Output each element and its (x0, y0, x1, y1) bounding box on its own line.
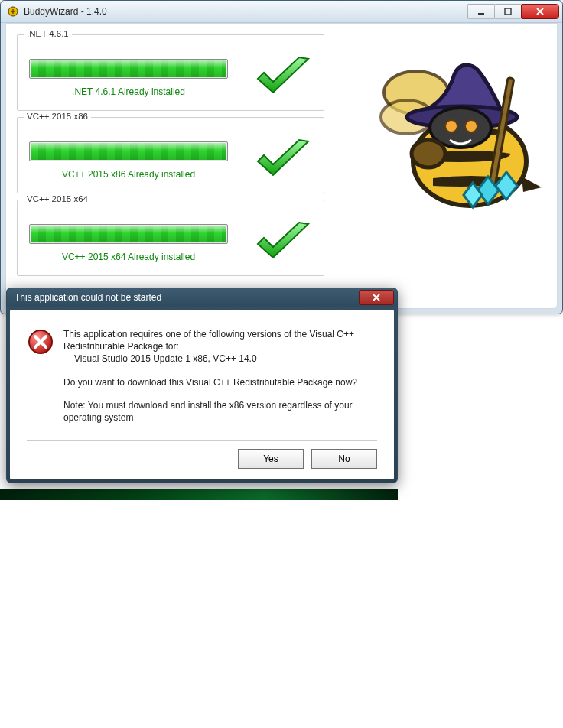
group-title: .NET 4.6.1 (24, 29, 72, 38)
status-text: VC++ 2015 x64 Already installed (62, 252, 195, 262)
checkmark-icon (252, 135, 314, 186)
svg-rect-2 (505, 8, 511, 15)
svg-point-8 (445, 120, 457, 132)
group-dotnet: .NET 4.6.1 .NET 4.6.1 Already installed (17, 34, 324, 111)
svg-point-5 (413, 117, 526, 206)
svg-point-9 (465, 120, 477, 132)
svg-point-7 (430, 108, 491, 148)
maximize-button[interactable] (494, 4, 522, 19)
window-title: BuddyWizard - 1.4.0 (24, 6, 107, 17)
dialog-close-button[interactable] (359, 290, 394, 305)
status-text: .NET 4.6.1 Already installed (72, 86, 185, 97)
main-window: BuddyWizard - 1.4.0 .NET 4.6.1 (0, 0, 563, 314)
svg-marker-12 (496, 172, 517, 200)
svg-rect-1 (478, 13, 484, 15)
dialog-title: This application could not be started (15, 292, 161, 303)
background-strip (0, 489, 398, 500)
svg-point-6 (407, 106, 517, 128)
titlebar[interactable]: BuddyWizard - 1.4.0 (1, 1, 562, 23)
minimize-button[interactable] (467, 4, 495, 19)
checkmark-icon (252, 53, 314, 103)
group-title: VC++ 2015 x86 (24, 112, 91, 121)
group-vc2015x86: VC++ 2015 x86 VC++ 2015 x86 Already inst… (17, 117, 324, 193)
main-client-area: .NET 4.6.1 .NET 4.6.1 Already installed (5, 23, 558, 309)
dialog-message-line2: Do you want to download this Visual C++ … (63, 376, 377, 388)
progress-bar (29, 59, 228, 79)
svg-point-14 (412, 140, 445, 167)
svg-marker-13 (464, 183, 482, 207)
dialog-message-line3: Note: You must download and install the … (63, 399, 377, 424)
progress-bar (29, 141, 228, 161)
checkmark-icon (252, 218, 314, 268)
dialog-titlebar[interactable]: This application could not be started (7, 288, 397, 307)
svg-marker-11 (477, 177, 499, 204)
app-icon (7, 5, 19, 18)
svg-point-3 (384, 71, 448, 114)
no-button[interactable]: No (311, 449, 377, 469)
error-icon (27, 328, 54, 356)
dialog-message-line1b: Visual Studio 2015 Update 1 x86, VC++ 14… (74, 353, 257, 364)
svg-point-4 (381, 100, 433, 134)
group-title: VC++ 2015 x64 (24, 194, 91, 203)
yes-button[interactable]: Yes (238, 449, 304, 469)
progress-bar (29, 224, 228, 244)
dialog-client: This application requires one of the fol… (10, 310, 394, 479)
error-dialog: This application could not be started (6, 288, 398, 483)
dialog-message-line1: This application requires one of the fol… (63, 329, 354, 352)
svg-rect-10 (487, 78, 514, 200)
status-text: VC++ 2015 x86 Already installed (62, 169, 195, 180)
close-button[interactable] (521, 4, 559, 19)
group-vc2015x64: VC++ 2015 x64 VC++ 2015 x64 Already inst… (17, 200, 324, 276)
wizard-bee-image (363, 47, 546, 230)
